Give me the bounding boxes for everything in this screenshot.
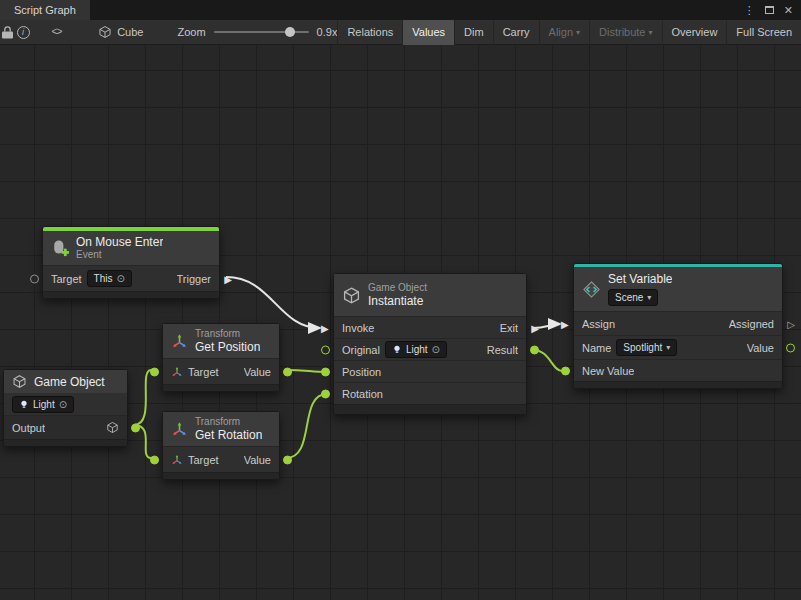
wire-light-to-getposition-target [134, 370, 151, 425]
zoom-control: Zoom 0.9x [177, 26, 337, 38]
relations-button[interactable]: Relations [337, 20, 402, 45]
toolbar-buttons: Relations Values Dim Carry Align▾ Distri… [337, 20, 801, 45]
close-icon[interactable]: ✕ [784, 0, 793, 20]
value-output-port[interactable] [283, 455, 292, 464]
node-category: Transform [195, 416, 262, 428]
new-value-input-port[interactable] [561, 366, 570, 375]
object-picker-icon[interactable]: ⊙ [59, 398, 67, 411]
dim-button[interactable]: Dim [454, 20, 493, 45]
node-footer [574, 381, 782, 388]
chevron-down-icon: ▾ [647, 291, 651, 304]
output-label: Output [12, 422, 45, 434]
port-row: Output [4, 415, 127, 439]
node-on-mouse-enter[interactable]: On Mouse Enter Event Target This ⊙ Trigg… [42, 226, 220, 299]
window-controls: ⋮ ✕ [744, 0, 801, 20]
target-label: Target [51, 273, 82, 285]
object-picker-icon[interactable]: ⊙ [432, 343, 440, 356]
transform-icon [171, 421, 188, 438]
cube-icon [342, 286, 361, 305]
assigned-label: Assigned [729, 318, 774, 330]
result-label: Result [487, 344, 518, 356]
node-footer [334, 404, 526, 414]
rotation-input-port[interactable] [321, 389, 330, 398]
lock-icon[interactable] [0, 20, 15, 45]
node-light-object[interactable]: Game Object Light ⊙ Output [3, 369, 128, 447]
original-label: Original [342, 344, 380, 356]
node-footer [4, 439, 127, 446]
node-header[interactable]: Transform Get Position [163, 324, 279, 358]
node-header[interactable]: On Mouse Enter Event [43, 231, 219, 265]
chevron-down-icon: ▾ [576, 28, 580, 37]
new-value-label: New Value [582, 365, 634, 377]
node-title: Set Variable [608, 272, 672, 286]
variable-name-dropdown[interactable]: Spotlight ▾ [616, 339, 677, 356]
node-instantiate[interactable]: Game Object Instantiate ▶ Invoke Exit ▶ … [333, 273, 527, 415]
node-title: Get Position [195, 340, 260, 354]
light-object-field[interactable]: Light ⊙ [12, 396, 74, 413]
transform-icon [171, 366, 183, 378]
transform-icon [171, 333, 188, 350]
output-port[interactable] [131, 423, 140, 432]
original-input-port[interactable] [321, 345, 330, 354]
light-icon [392, 344, 402, 355]
exit-output-port[interactable]: ▶ [531, 323, 539, 332]
node-header[interactable]: Transform Get Rotation [163, 412, 279, 446]
full-screen-button[interactable]: Full Screen [726, 20, 801, 45]
target-input-port[interactable] [150, 367, 159, 376]
maximize-icon[interactable] [765, 6, 774, 14]
distribute-button[interactable]: Distribute▾ [589, 20, 661, 45]
mouse-enter-icon [51, 239, 69, 257]
port-row: ▶ Assign Assigned ▷ [574, 311, 782, 335]
assign-input-port[interactable]: ▶ [561, 319, 569, 328]
edit-script-icon[interactable]: <> [49, 20, 64, 45]
original-object-field[interactable]: Light ⊙ [385, 341, 447, 358]
node-header[interactable]: Game Object Instantiate [334, 274, 526, 316]
node-category: Transform [195, 328, 260, 340]
graph-owner-chip[interactable]: Cube [98, 25, 143, 39]
cube-icon [12, 374, 27, 389]
node-get-position[interactable]: Transform Get Position Target Value [162, 323, 280, 392]
value-label: Value [244, 454, 271, 466]
node-header[interactable]: Set Variable Scene ▾ [574, 267, 782, 311]
target-label: Target [188, 366, 219, 378]
info-icon[interactable]: i [15, 20, 30, 45]
lock-icon-svg [2, 26, 13, 39]
values-button[interactable]: Values [402, 20, 454, 45]
wire-rotation-value-to-instantiate [286, 394, 327, 458]
variable-scope-dropdown[interactable]: Scene ▾ [608, 289, 658, 306]
port-row: Target Value [163, 358, 279, 384]
carry-button[interactable]: Carry [493, 20, 539, 45]
invoke-input-port[interactable]: ▶ [321, 323, 329, 332]
chevron-down-icon: ▾ [666, 341, 670, 354]
graph-canvas[interactable]: On Mouse Enter Event Target This ⊙ Trigg… [0, 45, 801, 600]
zoom-slider-handle[interactable] [285, 27, 295, 37]
port-row: ▶ Invoke Exit ▶ [334, 316, 526, 338]
transform-icon [171, 454, 183, 466]
zoom-slider[interactable] [214, 31, 309, 33]
chevron-down-icon: ▾ [649, 28, 653, 37]
light-icon [19, 399, 29, 410]
value-label: Value [747, 342, 774, 354]
node-get-rotation[interactable]: Transform Get Rotation Target Value [162, 411, 280, 480]
target-input-port[interactable] [150, 455, 159, 464]
object-picker-icon[interactable]: ⊙ [116, 272, 124, 285]
value-output-port[interactable] [786, 343, 795, 352]
node-set-variable[interactable]: Set Variable Scene ▾ ▶ Assign Assigned ▷… [573, 263, 783, 389]
menu-icon[interactable]: ⋮ [744, 0, 755, 20]
value-output-port[interactable] [283, 367, 292, 376]
result-output-port[interactable] [530, 345, 539, 354]
overview-button[interactable]: Overview [662, 20, 727, 45]
wire-trigger-to-invoke [226, 277, 320, 328]
assigned-output-port[interactable]: ▷ [787, 319, 795, 328]
position-input-port[interactable] [321, 367, 330, 376]
node-header[interactable]: Game Object [4, 370, 127, 393]
cube-icon [98, 25, 112, 39]
this-object-field[interactable]: This ⊙ [87, 270, 132, 287]
target-input-port[interactable] [30, 274, 39, 283]
tab-script-graph[interactable]: Script Graph [0, 0, 90, 20]
port-row: Target Value [163, 446, 279, 472]
trigger-output-port[interactable]: ▶ [224, 274, 232, 283]
position-label: Position [342, 366, 381, 378]
align-button[interactable]: Align▾ [539, 20, 589, 45]
name-label: Name [582, 342, 611, 354]
